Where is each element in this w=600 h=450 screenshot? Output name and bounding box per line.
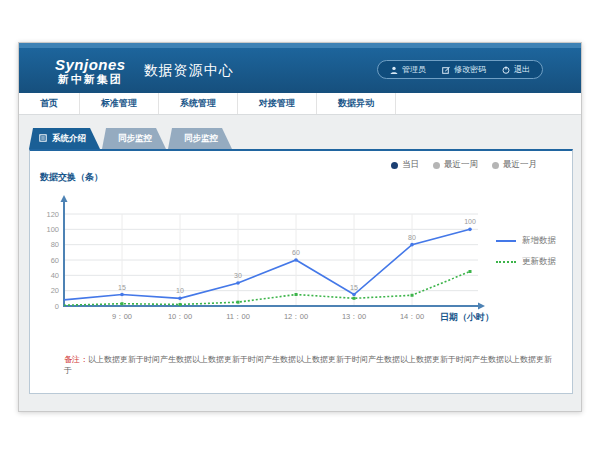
chart-panel: 当日 最近一周 最近一月 数据交换（条） 1510306015801000204… <box>29 149 573 394</box>
svg-text:15: 15 <box>118 284 126 291</box>
svg-text:30: 30 <box>234 272 242 279</box>
svg-text:10：00: 10：00 <box>168 312 192 321</box>
user-icon <box>390 66 398 74</box>
legend-line-sample <box>496 261 516 263</box>
footnote-text: 以上数据更新于时间产生数据以上数据更新于时间产生数据以上数据更新于时间产生数据以… <box>64 355 552 375</box>
tab-label: 同步监控 <box>184 133 218 145</box>
logo-text: Synjones <box>55 57 126 72</box>
svg-text:60: 60 <box>51 256 59 265</box>
radio-today[interactable]: 当日 <box>391 159 419 171</box>
content-area: 系统介绍 同步监控 同步监控 当日 最近一周 <box>19 128 581 394</box>
footnote-prefix: 备注： <box>64 355 88 364</box>
radio-label: 最近一周 <box>444 159 478 171</box>
svg-text:100: 100 <box>46 225 59 234</box>
tab-sync-monitor-1[interactable]: 同步监控 <box>102 128 166 149</box>
radio-last-week[interactable]: 最近一周 <box>433 159 478 171</box>
radio-label: 最近一月 <box>503 159 537 171</box>
radio-dot <box>433 162 440 169</box>
logo-subtext: 新中新集团 <box>55 74 126 85</box>
nav-item-interface-mgmt[interactable]: 对接管理 <box>238 93 317 114</box>
chart-canvas: 1510306015801000204060801001209：0010：001… <box>42 191 502 325</box>
tab-sync-monitor-2[interactable]: 同步监控 <box>168 128 232 149</box>
svg-text:40: 40 <box>51 271 59 280</box>
svg-text:80: 80 <box>408 234 416 241</box>
change-password-label: 修改密码 <box>454 64 486 75</box>
tab-system-intro[interactable]: 系统介绍 <box>29 128 100 149</box>
svg-text:15: 15 <box>350 284 358 291</box>
logout-label: 退出 <box>514 64 530 75</box>
page-title: 数据资源中心 <box>144 62 234 80</box>
tab-label: 同步监控 <box>118 133 152 145</box>
tab-bar: 系统介绍 同步监控 同步监控 <box>29 128 581 149</box>
svg-text:60: 60 <box>292 249 300 256</box>
legend-label: 更新数据 <box>522 256 556 268</box>
svg-text:10: 10 <box>176 287 184 294</box>
user-toolbar: 管理员 修改密码 退出 <box>377 60 543 79</box>
svg-text:80: 80 <box>51 240 59 249</box>
nav-item-system-mgmt[interactable]: 系统管理 <box>159 93 238 114</box>
svg-text:100: 100 <box>464 218 476 225</box>
nav-item-data-changes[interactable]: 数据异动 <box>317 93 396 114</box>
footnote: 备注：以上数据更新于时间产生数据以上数据更新于时间产生数据以上数据更新于时间产生… <box>64 355 554 377</box>
company-logo: Synjones 新中新集团 <box>55 57 126 85</box>
radio-dot-selected <box>391 162 398 169</box>
y-axis-title: 数据交换（条） <box>40 171 103 184</box>
document-icon <box>39 134 47 144</box>
svg-text:11：00: 11：00 <box>226 312 250 321</box>
svg-text:14：00: 14：00 <box>400 312 424 321</box>
legend-line-sample <box>496 240 516 242</box>
svg-text:12：00: 12：00 <box>284 312 308 321</box>
svg-text:120: 120 <box>46 210 59 219</box>
svg-text:20: 20 <box>51 286 59 295</box>
nav-item-standard-mgmt[interactable]: 标准管理 <box>80 93 159 114</box>
radio-label: 当日 <box>402 159 419 171</box>
svg-text:9：00: 9：00 <box>112 312 132 321</box>
user-menu-button[interactable]: 管理员 <box>390 64 426 75</box>
time-range-filter: 当日 最近一周 最近一月 <box>391 159 537 171</box>
power-icon <box>502 66 510 74</box>
chart-legend: 新增数据 更新数据 <box>496 235 556 268</box>
main-nav: 首页 标准管理 系统管理 对接管理 数据异动 <box>19 93 581 115</box>
svg-text:0: 0 <box>55 302 59 311</box>
legend-label: 新增数据 <box>522 235 556 247</box>
nav-item-home[interactable]: 首页 <box>19 93 80 114</box>
user-label: 管理员 <box>402 64 426 75</box>
edit-icon <box>442 66 450 74</box>
svg-text:日期（小时）: 日期（小时） <box>440 312 494 322</box>
legend-update-data[interactable]: 更新数据 <box>496 256 556 268</box>
logout-button[interactable]: 退出 <box>502 64 530 75</box>
app-header: Synjones 新中新集团 数据资源中心 管理员 修改密码 退出 <box>19 48 581 93</box>
legend-new-data[interactable]: 新增数据 <box>496 235 556 247</box>
change-password-button[interactable]: 修改密码 <box>442 64 486 75</box>
app-window: Synjones 新中新集团 数据资源中心 管理员 修改密码 退出 <box>18 42 582 412</box>
svg-text:13：00: 13：00 <box>342 312 366 321</box>
radio-last-month[interactable]: 最近一月 <box>492 159 537 171</box>
line-chart: 1510306015801000204060801001209：0010：001… <box>42 191 502 329</box>
radio-dot <box>492 162 499 169</box>
tab-label: 系统介绍 <box>52 133 86 145</box>
